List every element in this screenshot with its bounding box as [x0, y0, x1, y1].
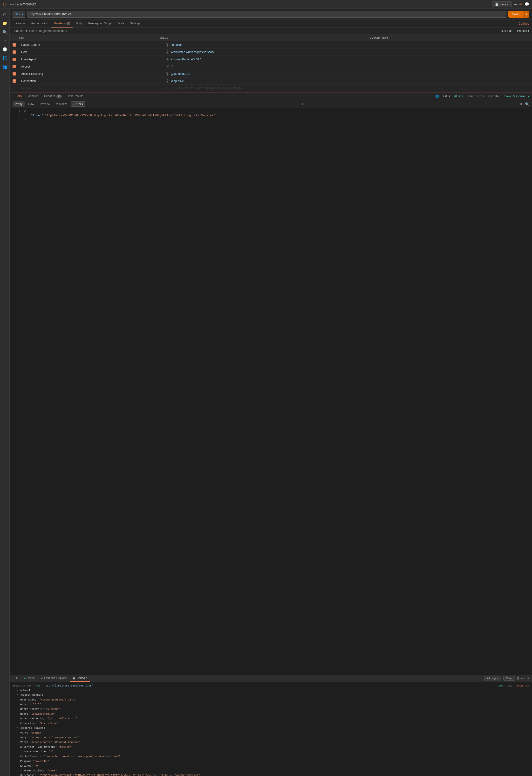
- format-tab-pretty[interactable]: Pretty: [13, 102, 25, 107]
- expand-console-icon[interactable]: ↗: [526, 676, 529, 680]
- log-timestamp: 16:27:37.064: [13, 684, 32, 688]
- headers-bar: Headers 👁 Hide auto-generated headers Bu…: [10, 28, 532, 34]
- row-7-info-icon[interactable]: i: [166, 86, 169, 90]
- code-line-3: 3 }: [10, 118, 532, 121]
- app-icon: ⬡: [3, 2, 7, 7]
- row-4-info-icon[interactable]: i: [166, 65, 169, 68]
- method-label: GET: [15, 13, 21, 16]
- sidebar-icon-search[interactable]: 🔍: [1, 28, 9, 36]
- row-5-checkbox[interactable]: [13, 72, 19, 75]
- sidebar-icon-send[interactable]: ↗: [1, 37, 9, 44]
- breadcrumb: recs / 获得csrf随机数: [9, 2, 36, 6]
- row-2-checkbox[interactable]: [13, 50, 19, 54]
- row-6-value: keep-alive: [171, 79, 386, 83]
- bulk-edit-button[interactable]: Bulk Edit: [501, 29, 512, 33]
- breadcrumb-current: 获得csrf随机数: [17, 2, 36, 6]
- row-7-value: SESSION=YzU4ZTlmOTYtODVkNS00NjEwLWI1N2It…: [171, 86, 386, 90]
- table-header-row: KEY VALUE DESCRIPTION: [10, 34, 532, 41]
- row-7-checkbox[interactable]: [13, 86, 19, 90]
- row-3-info-icon[interactable]: i: [166, 58, 169, 61]
- tab-pre-request[interactable]: Pre-request Script: [85, 20, 114, 27]
- request-headers-tree-item[interactable]: ▾ Request Headers: [13, 693, 529, 698]
- copy-icon[interactable]: ⧉: [520, 102, 522, 106]
- tab-settings[interactable]: Settings: [127, 20, 143, 27]
- tab-authorization[interactable]: Authorization: [28, 20, 51, 27]
- all-logs-button[interactable]: All Logs ▾: [484, 676, 501, 681]
- sidebar-icon-folder[interactable]: 📁: [1, 19, 9, 27]
- more-icon[interactable]: •••: [514, 2, 517, 6]
- code-line-2: 2 "token" : "IZphfR-xeaVwGOCERQzV12PWxQJ…: [10, 114, 532, 118]
- method-select[interactable]: GET ▾: [13, 11, 25, 18]
- bottom-tabs-bar: ⊞ ● Online ⇌ Find and Replace ▣ Console …: [10, 675, 532, 682]
- console-more-icon[interactable]: •••: [521, 676, 525, 680]
- bottom-tab-console[interactable]: ▣ Console: [70, 675, 90, 682]
- clear-button[interactable]: Clear: [503, 676, 515, 681]
- network-tree-item[interactable]: ▸ Network: [13, 688, 529, 693]
- response-size: Size: 644 B: [487, 94, 501, 98]
- request-headers-items: User-Agent: "PostmanRuntime/7.31.1" Acce…: [13, 698, 529, 726]
- copy-console-icon[interactable]: ⧉: [517, 676, 519, 681]
- request-bar: GET ▾ Send ▾: [10, 9, 532, 20]
- bottom-panel: ⊞ ● Online ⇌ Find and Replace ▣ Console …: [10, 674, 532, 776]
- sidebar-icon-team[interactable]: 👥: [1, 63, 9, 70]
- row-5-value: gzip, deflate, br: [171, 72, 386, 75]
- url-input[interactable]: [27, 11, 506, 18]
- tab-headers[interactable]: Headers 7: [51, 20, 73, 27]
- sidebar: ⬡ 📁 🔍 ↗ 🕐 🌐 👥: [0, 9, 10, 776]
- save-response-chevron-icon[interactable]: ▾: [528, 94, 529, 98]
- status-value: 200 OK: [454, 94, 464, 98]
- tab-body[interactable]: Body: [73, 20, 85, 27]
- row-1-checkbox[interactable]: [13, 43, 19, 46]
- bottom-tab-layout[interactable]: ⊞: [13, 675, 20, 682]
- show-raw-button[interactable]: Show raw: [516, 684, 529, 688]
- all-logs-chevron-icon: ▾: [497, 677, 499, 680]
- search-icon[interactable]: 🔍: [525, 102, 529, 106]
- res-header-vary-2: Vary: "Access-Control-Request-Method": [20, 736, 529, 740]
- response-tab-headers[interactable]: Headers 15: [41, 92, 65, 100]
- tab-params[interactable]: Params: [13, 20, 28, 27]
- col-key-header: KEY: [19, 35, 160, 40]
- sidebar-icon-home[interactable]: ⬡: [1, 11, 9, 18]
- response-headers-tree-item[interactable]: ▾ Response Headers: [13, 726, 529, 731]
- response-headers-items: Vary: "Origin" Vary: "Access-Control-Req…: [13, 731, 529, 776]
- response-headers-label: Response Headers: [20, 727, 45, 730]
- row-5-key: Accept-Encoding: [19, 72, 166, 76]
- row-1-info-icon[interactable]: i: [166, 43, 169, 46]
- send-chevron-button[interactable]: ▾: [523, 11, 529, 18]
- format-tab-visualize[interactable]: Visualize: [53, 102, 70, 107]
- send-button[interactable]: Send: [508, 11, 523, 18]
- bottom-tab-find-replace[interactable]: ⇌ Find and Replace: [38, 675, 70, 682]
- table-row: Connection i keep-alive: [10, 77, 532, 85]
- row-6-info-icon[interactable]: i: [166, 79, 169, 83]
- log-size: 152: [508, 684, 512, 688]
- log-arrow: ▸: [33, 684, 35, 688]
- tab-tests[interactable]: Tests: [114, 20, 127, 27]
- pencil-icon[interactable]: ✏: [519, 2, 522, 7]
- response-tab-cookies[interactable]: Cookies: [25, 92, 41, 100]
- presets-button[interactable]: Presets ▾: [517, 29, 529, 33]
- row-2-info-icon[interactable]: i: [166, 50, 169, 54]
- save-button[interactable]: 💾 Save ▾: [492, 1, 512, 7]
- res-header-expires: Expires: "0": [20, 764, 529, 769]
- row-3-checkbox[interactable]: [13, 58, 19, 61]
- format-tab-raw[interactable]: Raw: [26, 102, 36, 107]
- cookies-link[interactable]: Cookies: [519, 22, 529, 25]
- bottom-tab-online[interactable]: ● Online: [20, 675, 38, 682]
- sidebar-icon-history[interactable]: 🕐: [1, 45, 9, 53]
- log-url: http://localhost:8080/auth/csrf: [44, 684, 93, 688]
- format-tab-preview[interactable]: Preview: [37, 102, 53, 107]
- comment-icon[interactable]: 💬: [524, 2, 529, 7]
- format-type-select[interactable]: JSON ▾: [71, 102, 85, 107]
- online-label: Online: [26, 676, 35, 680]
- row-5-info-icon[interactable]: i: [166, 72, 169, 75]
- response-tab-body[interactable]: Body: [13, 92, 25, 100]
- hide-auto-headers-button[interactable]: 👁 Hide auto-generated headers: [25, 29, 67, 33]
- console-label: Console: [76, 676, 87, 680]
- row-6-checkbox[interactable]: [13, 79, 19, 83]
- save-response-button[interactable]: Save Response: [504, 94, 525, 98]
- request-tabs: Params Authorization Headers 7 Body Pre-…: [10, 20, 532, 28]
- row-4-checkbox[interactable]: [13, 65, 19, 68]
- sidebar-icon-globe[interactable]: 🌐: [1, 54, 9, 62]
- response-tab-test-results[interactable]: Test Results: [65, 92, 86, 100]
- log-entry-header: 16:27:37.064 ▸ GET http://localhost:8080…: [13, 684, 529, 688]
